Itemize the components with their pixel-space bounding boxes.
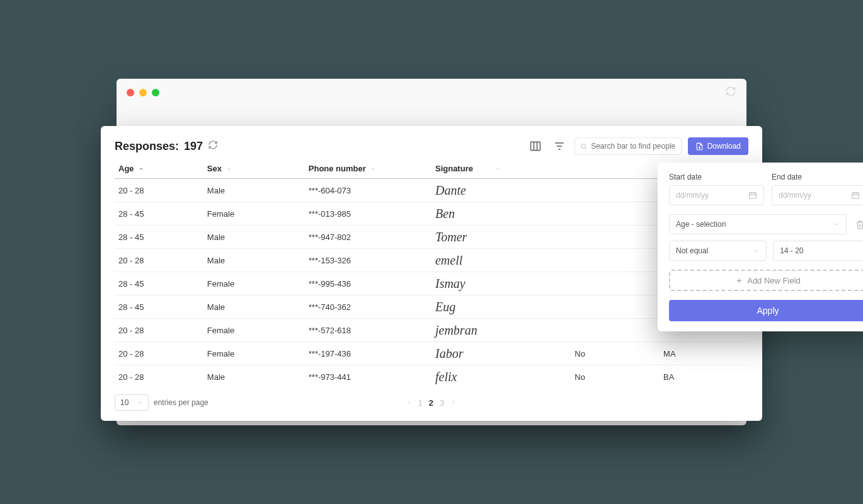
minimize-icon[interactable] xyxy=(139,89,147,96)
cell-sex: Female xyxy=(203,202,305,226)
svg-line-7 xyxy=(585,147,586,149)
prev-page[interactable] xyxy=(406,398,412,408)
chevron-right-icon xyxy=(450,399,457,406)
download-icon xyxy=(695,142,704,151)
col-sex[interactable]: Sex xyxy=(203,159,305,179)
cell-signature: Ben xyxy=(432,202,571,226)
remove-filter-button[interactable] xyxy=(853,217,863,231)
start-date-input[interactable]: dd/mm/yy xyxy=(669,185,764,205)
cell-age: 20 - 28 xyxy=(115,342,203,365)
filter-field-select[interactable]: Age - selection xyxy=(669,214,847,234)
page-1[interactable]: 1 xyxy=(418,398,423,408)
page-2[interactable]: 2 xyxy=(429,398,433,408)
col-phone[interactable]: Phone number xyxy=(305,159,432,179)
cell-phone: ***-947-802 xyxy=(305,226,432,249)
download-button[interactable]: Download xyxy=(688,137,748,155)
cell-phone: ***-995-436 xyxy=(305,272,432,295)
end-date-input[interactable]: dd/mm/yy xyxy=(772,185,863,205)
cell-5 xyxy=(571,179,660,202)
download-label: Download xyxy=(707,142,741,151)
refresh-icon[interactable] xyxy=(208,140,218,153)
responses-table: Age Sex Phone number Signature 20 - 28Ma… xyxy=(115,159,748,388)
cell-phone: ***-013-985 xyxy=(305,202,432,226)
cell-age: 28 - 45 xyxy=(115,202,203,226)
table-row[interactable]: 28 - 45Male***-947-802Tomer xyxy=(115,226,748,249)
cell-signature: Ismay xyxy=(432,272,571,295)
chevron-down-icon xyxy=(137,399,143,406)
table-row[interactable]: 20 - 28Female***-572-618jembran xyxy=(115,319,748,342)
filter-condition-value: Not equal xyxy=(676,246,708,255)
cell-phone: ***-740-362 xyxy=(305,295,432,319)
chevron-left-icon xyxy=(406,399,412,406)
cell-signature: felix xyxy=(432,365,571,389)
sync-icon xyxy=(725,86,736,100)
page-size-value: 10 xyxy=(120,398,129,407)
cell-phone: ***-572-618 xyxy=(305,319,432,342)
svg-rect-0 xyxy=(530,142,540,150)
table-row[interactable]: 20 - 28Male***-973-441felixNoBA xyxy=(115,365,748,389)
col-age[interactable]: Age xyxy=(115,159,203,179)
pagination: 1 2 3 xyxy=(406,398,457,408)
chevron-down-icon xyxy=(753,248,760,254)
add-field-button[interactable]: Add New Field xyxy=(669,270,863,291)
search-input[interactable] xyxy=(574,137,682,155)
end-date-label: End date xyxy=(772,173,863,181)
chevron-down-icon xyxy=(226,166,232,172)
close-icon[interactable] xyxy=(127,89,134,96)
chevron-down-icon xyxy=(833,221,840,227)
svg-point-6 xyxy=(581,144,586,148)
cell-sex: Male xyxy=(203,249,305,272)
header-tools: Download xyxy=(527,137,748,155)
cell-sex: Male xyxy=(203,365,305,389)
filter-value-input[interactable] xyxy=(773,241,863,261)
columns-button[interactable] xyxy=(527,137,544,155)
filter-panel: Start date dd/mm/yy End date dd/mm/yy Ag… xyxy=(658,163,863,331)
col-signature[interactable]: Signature xyxy=(432,159,571,179)
page-3[interactable]: 3 xyxy=(440,398,444,408)
responses-label: Responses: xyxy=(115,140,179,153)
filter-condition-select[interactable]: Not equal xyxy=(669,241,767,261)
cell-signature: jembran xyxy=(432,319,571,342)
filter-button[interactable] xyxy=(551,137,568,155)
svg-rect-9 xyxy=(750,193,757,198)
entries-label: entries per page xyxy=(154,398,209,407)
cell-age: 28 - 45 xyxy=(115,295,203,319)
cell-6: BA xyxy=(660,365,748,389)
table-row[interactable]: 20 - 28Male***-604-073Dante xyxy=(115,179,748,202)
responses-count: 197 xyxy=(184,140,203,153)
panel-header: Responses: 197 Download xyxy=(115,137,748,155)
maximize-icon[interactable] xyxy=(152,89,159,96)
cell-signature: emell xyxy=(432,249,571,272)
cell-sex: Male xyxy=(203,226,305,249)
table-row[interactable]: 28 - 45Female***-013-985Ben xyxy=(115,202,748,226)
table-row[interactable]: 20 - 28Female***-197-436IaborNoMA xyxy=(115,342,748,365)
filter-field-value: Age - selection xyxy=(676,220,726,229)
cell-5 xyxy=(571,295,660,319)
cell-sex: Male xyxy=(203,179,305,202)
search-field[interactable] xyxy=(591,142,676,151)
apply-button[interactable]: Apply xyxy=(669,300,863,321)
calendar-icon xyxy=(851,191,860,200)
cell-5 xyxy=(571,226,660,249)
calendar-icon xyxy=(748,191,757,200)
end-date-placeholder: dd/mm/yy xyxy=(779,191,851,200)
page-size-select[interactable]: 10 xyxy=(115,394,149,411)
cell-signature: Tomer xyxy=(432,226,571,249)
filter-value-field[interactable] xyxy=(780,246,860,255)
table-row[interactable]: 28 - 45Male***-740-362Eug xyxy=(115,295,748,319)
cell-phone: ***-197-436 xyxy=(305,342,432,365)
cell-5 xyxy=(571,272,660,295)
next-page[interactable] xyxy=(450,398,457,408)
table-row[interactable]: 20 - 28Male***-153-326emell xyxy=(115,249,748,272)
col-5[interactable] xyxy=(571,159,660,179)
cell-5 xyxy=(571,319,660,342)
cell-age: 20 - 28 xyxy=(115,319,203,342)
start-date-placeholder: dd/mm/yy xyxy=(676,191,748,200)
cell-sex: Female xyxy=(203,272,305,295)
cell-6: MA xyxy=(660,342,748,365)
search-icon xyxy=(580,142,588,151)
trash-icon xyxy=(855,220,864,229)
cell-sex: Female xyxy=(203,319,305,342)
table-row[interactable]: 28 - 45Female***-995-436Ismay xyxy=(115,272,748,295)
chevron-down-icon xyxy=(370,166,376,172)
